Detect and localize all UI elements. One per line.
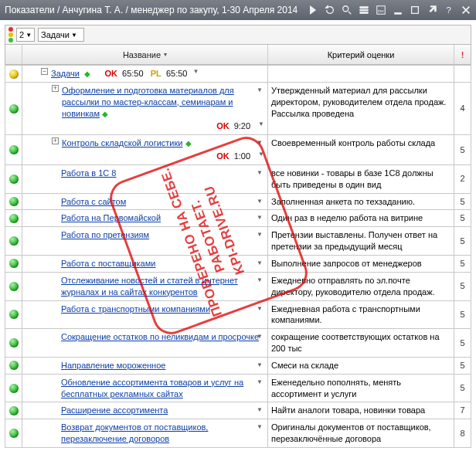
bullet-icon: ◆ — [102, 110, 108, 118]
chevron-down-icon[interactable]: ▼ — [257, 169, 263, 178]
task-link[interactable]: Обновление ассортимента товаров и услуг … — [61, 378, 243, 398]
task-link[interactable]: Расширение ассортимента — [61, 405, 168, 415]
table-row[interactable]: ▼ Работа на Первомайской Один раз в неде… — [5, 210, 471, 227]
status-dot-icon — [9, 310, 19, 319]
chevron-down-icon[interactable]: ▼ — [257, 378, 263, 387]
table-row[interactable]: ▼ Сокращение остатков по неликвидам и пр… — [5, 329, 471, 358]
points-cell: 5 — [454, 357, 471, 374]
search-icon[interactable] — [342, 5, 352, 15]
tasks-table: − Задачи ◆ OK 65:50 PL 65:50 ▼ — [5, 65, 471, 448]
titlebar: Показатели / Анчугина Т. А. / менеджер п… — [0, 0, 476, 20]
export-csv-icon[interactable]: csv — [376, 5, 386, 15]
pl-total: 65:50 — [166, 69, 188, 78]
chevron-down-icon[interactable]: ▼ — [257, 214, 263, 222]
status-dot-icon — [9, 236, 19, 246]
task-link[interactable]: Направление мороженное — [61, 361, 165, 370]
task-link[interactable]: Работа по претензиям — [61, 230, 149, 239]
table-row[interactable]: ▼ Возврат документов от поставщиков, пер… — [5, 419, 471, 448]
table-row[interactable]: ▼ Обновление ассортимента товаров и услу… — [5, 374, 471, 402]
chevron-down-icon[interactable]: ▼ — [190, 68, 199, 75]
task-link[interactable]: Работа на Первомайской — [61, 213, 161, 222]
expand-icon[interactable]: + — [52, 137, 59, 144]
criteria-cell: Выполнение запросов от менеджеров — [268, 255, 454, 272]
svg-rect-3 — [412, 7, 419, 14]
type-dropdown[interactable]: Задачи ▼ — [38, 28, 84, 42]
close-icon[interactable] — [461, 5, 471, 15]
filter-toolbar: 2 ▼ Задачи ▼ — [5, 25, 471, 45]
chevron-down-icon[interactable]: ▼ — [257, 361, 263, 370]
collapse-icon[interactable]: − — [41, 68, 48, 75]
minimize-icon[interactable] — [393, 5, 403, 15]
criteria-cell: Смеси на складе — [268, 357, 454, 374]
status-dot-icon — [9, 259, 19, 268]
task-link[interactable]: Сокращение остатков по неликвидам и прос… — [61, 332, 259, 341]
task-link[interactable]: Работа с сайтом — [61, 197, 126, 206]
chevron-down-icon[interactable]: ▼ — [257, 259, 263, 268]
window-title: Показатели / Анчугина Т. А. / менеджер п… — [5, 5, 298, 15]
table-header: Название ▾ Критерий оценки ! — [5, 45, 471, 65]
criteria-cell: Своевременный контроль работы склада — [268, 135, 454, 165]
bullet-icon: ◆ — [84, 70, 90, 78]
task-link[interactable]: Работа с транспортными компаниями — [61, 304, 210, 314]
col-name-header[interactable]: Название ▾ — [22, 45, 268, 64]
task-link[interactable]: Контроль складской логистики — [62, 138, 182, 148]
points-cell: 5 — [454, 374, 471, 402]
task-link[interactable]: Работа в 1С 8 — [61, 168, 117, 178]
table-row[interactable]: ▼ Работа в 1С 8 все новинки - товары в б… — [5, 164, 471, 193]
criteria-cell: все новинки - товары в базе 1С8 должны б… — [268, 164, 454, 193]
table-row[interactable]: ▼ Работа по претензиям Претензии выставл… — [5, 227, 471, 256]
criteria-cell: Еженедельно пополнять, менять ассортимен… — [268, 374, 454, 402]
task-link[interactable]: Возврат документов от поставщиков, перез… — [61, 422, 208, 443]
refresh-icon[interactable] — [325, 5, 335, 15]
table-row[interactable]: ▼ Направление мороженное Смеси на складе… — [5, 357, 471, 374]
summary-link[interactable]: Задачи — [51, 69, 80, 78]
points-cell: 5 — [454, 255, 471, 272]
sort-caret-icon: ▾ — [164, 51, 167, 58]
table-row[interactable]: ▼ + Оформление и подготовка материалов д… — [5, 82, 471, 134]
bullet-icon: ◆ — [185, 139, 192, 148]
chevron-down-icon[interactable]: ▼ — [257, 86, 263, 95]
chevron-down-icon[interactable]: ▼ — [257, 198, 263, 206]
chevron-down-icon[interactable]: ▼ — [257, 305, 263, 314]
table-row[interactable]: ▼ Отслеживание новостей и статей в интер… — [5, 272, 471, 300]
criteria-cell: Найти аналоги товара, новинки товара — [268, 402, 454, 419]
maximize-icon[interactable] — [410, 5, 420, 15]
table-row[interactable]: ▼ + Контроль складской логистики ◆ OK1:0… — [5, 135, 471, 165]
table-row[interactable]: ▼ Расширение ассортимента Найти аналоги … — [5, 402, 471, 419]
points-cell: 5 — [454, 227, 471, 256]
criteria-cell: Ежедневная работа с транспортными компан… — [268, 300, 454, 329]
nav-next-icon[interactable] — [308, 5, 318, 15]
criteria-cell: Оригиналы документов от поставщиков, пер… — [268, 419, 454, 448]
table-row[interactable]: ▼ Работа с транспортными компаниями Ежед… — [5, 300, 471, 329]
table-row[interactable]: ▼ Работа с сайтом Заполненная анкета по … — [5, 193, 471, 210]
level-dropdown[interactable]: 2 ▼ — [16, 28, 35, 42]
chevron-down-icon[interactable]: ▼ — [257, 139, 263, 148]
chevron-down-icon[interactable]: ▼ — [257, 231, 263, 239]
list-icon[interactable] — [359, 5, 369, 15]
svg-text:csv: csv — [378, 8, 384, 13]
chevron-down-icon[interactable]: ▼ — [257, 406, 263, 415]
status-dot-icon — [9, 70, 19, 79]
table-row[interactable]: ▼ Работа с поставщиками Выполнение запро… — [5, 255, 471, 272]
chevron-down-icon[interactable]: ▼ — [257, 276, 263, 285]
svg-point-0 — [343, 6, 348, 12]
task-link[interactable]: Отслеживание новостей и статей в интерне… — [61, 276, 238, 297]
summary-row[interactable]: − Задачи ◆ OK 65:50 PL 65:50 ▼ — [5, 66, 471, 83]
popout-icon[interactable] — [427, 5, 437, 15]
points-cell: 5 — [454, 300, 471, 329]
task-link[interactable]: Работа с поставщиками — [61, 259, 155, 268]
task-link[interactable]: Оформление и подготовка материалов для р… — [62, 86, 234, 118]
status-dot-icon — [9, 429, 19, 438]
expand-icon[interactable]: + — [52, 85, 59, 92]
chevron-down-icon[interactable]: ▼ — [257, 333, 263, 341]
level-value: 2 — [19, 30, 24, 39]
col-criteria-header[interactable]: Критерий оценки — [268, 45, 454, 64]
traffic-light-icon[interactable] — [8, 27, 13, 42]
type-value: Задачи — [41, 30, 70, 39]
chevron-down-icon[interactable]: ▼ — [257, 423, 263, 432]
points-cell: 5 — [454, 193, 471, 210]
help-icon[interactable]: ? — [444, 5, 454, 15]
chevron-down-icon: ▼ — [71, 32, 77, 39]
status-dot-icon — [9, 197, 19, 206]
col-priority-header[interactable]: ! — [454, 45, 471, 64]
